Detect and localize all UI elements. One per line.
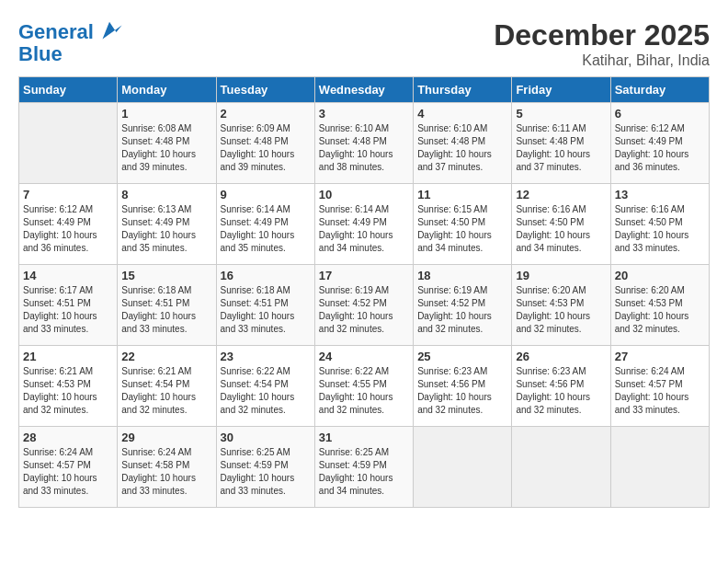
day-number: 1 (121, 107, 211, 121)
day-info: Sunrise: 6:13 AMSunset: 4:49 PMDaylight:… (121, 203, 211, 255)
day-info: Sunrise: 6:20 AMSunset: 4:53 PMDaylight:… (516, 284, 606, 336)
calendar-cell: 22Sunrise: 6:21 AMSunset: 4:54 PMDayligh… (118, 346, 216, 427)
calendar-cell (610, 427, 709, 508)
calendar-header-row: SundayMondayTuesdayWednesdayThursdayFrid… (19, 77, 710, 103)
day-number: 11 (417, 188, 507, 201)
day-number: 10 (319, 188, 409, 201)
calendar-cell: 26Sunrise: 6:23 AMSunset: 4:56 PMDayligh… (512, 346, 610, 427)
location: Katihar, Bihar, India (494, 52, 710, 69)
calendar-cell: 28Sunrise: 6:24 AMSunset: 4:57 PMDayligh… (19, 427, 118, 508)
day-number: 29 (121, 431, 211, 444)
calendar-cell: 29Sunrise: 6:24 AMSunset: 4:58 PMDayligh… (118, 427, 216, 508)
day-info: Sunrise: 6:18 AMSunset: 4:51 PMDaylight:… (221, 284, 311, 336)
day-number: 7 (23, 188, 113, 201)
column-header-saturday: Saturday (610, 77, 709, 103)
calendar-cell: 17Sunrise: 6:19 AMSunset: 4:52 PMDayligh… (314, 265, 413, 346)
day-number: 26 (516, 350, 606, 363)
calendar-cell: 10Sunrise: 6:14 AMSunset: 4:49 PMDayligh… (314, 184, 413, 265)
calendar-cell: 25Sunrise: 6:23 AMSunset: 4:56 PMDayligh… (414, 346, 512, 427)
day-info: Sunrise: 6:24 AMSunset: 4:57 PMDaylight:… (23, 446, 113, 498)
calendar-cell: 13Sunrise: 6:16 AMSunset: 4:50 PMDayligh… (610, 184, 709, 265)
day-info: Sunrise: 6:25 AMSunset: 4:59 PMDaylight:… (319, 446, 409, 498)
logo-icon (96, 18, 123, 46)
calendar-cell: 21Sunrise: 6:21 AMSunset: 4:53 PMDayligh… (19, 346, 118, 427)
day-info: Sunrise: 6:25 AMSunset: 4:59 PMDaylight:… (221, 446, 311, 498)
day-info: Sunrise: 6:24 AMSunset: 4:58 PMDaylight:… (121, 446, 211, 498)
calendar-cell: 24Sunrise: 6:22 AMSunset: 4:55 PMDayligh… (314, 346, 413, 427)
day-number: 16 (221, 269, 311, 282)
calendar-cell: 6Sunrise: 6:12 AMSunset: 4:49 PMDaylight… (610, 103, 709, 184)
day-info: Sunrise: 6:23 AMSunset: 4:56 PMDaylight:… (417, 365, 507, 417)
day-number: 31 (319, 431, 409, 444)
column-header-wednesday: Wednesday (314, 77, 413, 103)
day-info: Sunrise: 6:19 AMSunset: 4:52 PMDaylight:… (319, 284, 409, 336)
calendar-cell: 5Sunrise: 6:11 AMSunset: 4:48 PMDaylight… (512, 103, 610, 184)
day-number: 22 (121, 350, 211, 363)
calendar-week-row: 21Sunrise: 6:21 AMSunset: 4:53 PMDayligh… (19, 346, 710, 427)
day-number: 24 (319, 350, 409, 363)
calendar-cell: 27Sunrise: 6:24 AMSunset: 4:57 PMDayligh… (610, 346, 709, 427)
day-number: 14 (23, 269, 113, 282)
day-info: Sunrise: 6:14 AMSunset: 4:49 PMDaylight:… (319, 203, 409, 255)
day-number: 20 (615, 269, 705, 282)
calendar-cell: 31Sunrise: 6:25 AMSunset: 4:59 PMDayligh… (314, 427, 413, 508)
calendar-cell (512, 427, 610, 508)
column-header-monday: Monday (118, 77, 216, 103)
calendar-cell: 19Sunrise: 6:20 AMSunset: 4:53 PMDayligh… (512, 265, 610, 346)
calendar-cell: 23Sunrise: 6:22 AMSunset: 4:54 PMDayligh… (216, 346, 314, 427)
svg-marker-0 (102, 22, 121, 40)
column-header-friday: Friday (512, 77, 610, 103)
calendar-cell: 14Sunrise: 6:17 AMSunset: 4:51 PMDayligh… (19, 265, 118, 346)
calendar-cell (414, 427, 512, 508)
day-number: 2 (221, 107, 311, 121)
day-info: Sunrise: 6:10 AMSunset: 4:48 PMDaylight:… (319, 122, 409, 174)
calendar-cell (19, 103, 118, 184)
calendar-week-row: 14Sunrise: 6:17 AMSunset: 4:51 PMDayligh… (19, 265, 710, 346)
page-header: General Blue December 2025 Katihar, Biha… (18, 18, 710, 69)
day-number: 25 (417, 350, 507, 363)
day-number: 6 (615, 107, 705, 121)
day-info: Sunrise: 6:17 AMSunset: 4:51 PMDaylight:… (23, 284, 113, 336)
day-number: 12 (516, 188, 606, 201)
calendar-cell: 18Sunrise: 6:19 AMSunset: 4:52 PMDayligh… (414, 265, 512, 346)
day-number: 18 (417, 269, 507, 282)
column-header-tuesday: Tuesday (216, 77, 314, 103)
calendar-cell: 15Sunrise: 6:18 AMSunset: 4:51 PMDayligh… (118, 265, 216, 346)
day-number: 28 (23, 431, 113, 444)
calendar-cell: 9Sunrise: 6:14 AMSunset: 4:49 PMDaylight… (216, 184, 314, 265)
day-info: Sunrise: 6:11 AMSunset: 4:48 PMDaylight:… (516, 122, 606, 174)
calendar-week-row: 7Sunrise: 6:12 AMSunset: 4:49 PMDaylight… (19, 184, 710, 265)
calendar-cell: 16Sunrise: 6:18 AMSunset: 4:51 PMDayligh… (216, 265, 314, 346)
day-info: Sunrise: 6:21 AMSunset: 4:53 PMDaylight:… (23, 365, 113, 417)
day-number: 30 (221, 431, 311, 444)
logo: General Blue (18, 18, 123, 66)
calendar-week-row: 28Sunrise: 6:24 AMSunset: 4:57 PMDayligh… (19, 427, 710, 508)
day-number: 15 (121, 269, 211, 282)
day-info: Sunrise: 6:16 AMSunset: 4:50 PMDaylight:… (615, 203, 705, 255)
logo-text: General (18, 21, 94, 43)
day-info: Sunrise: 6:14 AMSunset: 4:49 PMDaylight:… (221, 203, 311, 255)
day-number: 5 (516, 107, 606, 121)
day-info: Sunrise: 6:16 AMSunset: 4:50 PMDaylight:… (516, 203, 606, 255)
calendar-cell: 30Sunrise: 6:25 AMSunset: 4:59 PMDayligh… (216, 427, 314, 508)
calendar-cell: 2Sunrise: 6:09 AMSunset: 4:48 PMDaylight… (216, 103, 314, 184)
title-area: December 2025 Katihar, Bihar, India (494, 18, 710, 69)
calendar-cell: 7Sunrise: 6:12 AMSunset: 4:49 PMDaylight… (19, 184, 118, 265)
day-number: 8 (121, 188, 211, 201)
calendar-body: 1Sunrise: 6:08 AMSunset: 4:48 PMDaylight… (19, 103, 710, 508)
calendar-cell: 1Sunrise: 6:08 AMSunset: 4:48 PMDaylight… (118, 103, 216, 184)
day-info: Sunrise: 6:15 AMSunset: 4:50 PMDaylight:… (417, 203, 507, 255)
day-info: Sunrise: 6:24 AMSunset: 4:57 PMDaylight:… (615, 365, 705, 417)
day-number: 3 (319, 107, 409, 121)
day-number: 17 (319, 269, 409, 282)
calendar-cell: 20Sunrise: 6:20 AMSunset: 4:53 PMDayligh… (610, 265, 709, 346)
day-number: 13 (615, 188, 705, 201)
day-info: Sunrise: 6:19 AMSunset: 4:52 PMDaylight:… (417, 284, 507, 336)
day-info: Sunrise: 6:09 AMSunset: 4:48 PMDaylight:… (221, 122, 311, 174)
day-info: Sunrise: 6:12 AMSunset: 4:49 PMDaylight:… (23, 203, 113, 255)
day-number: 19 (516, 269, 606, 282)
calendar-cell: 3Sunrise: 6:10 AMSunset: 4:48 PMDaylight… (314, 103, 413, 184)
day-info: Sunrise: 6:22 AMSunset: 4:54 PMDaylight:… (221, 365, 311, 417)
day-number: 23 (221, 350, 311, 363)
day-info: Sunrise: 6:08 AMSunset: 4:48 PMDaylight:… (121, 122, 211, 174)
